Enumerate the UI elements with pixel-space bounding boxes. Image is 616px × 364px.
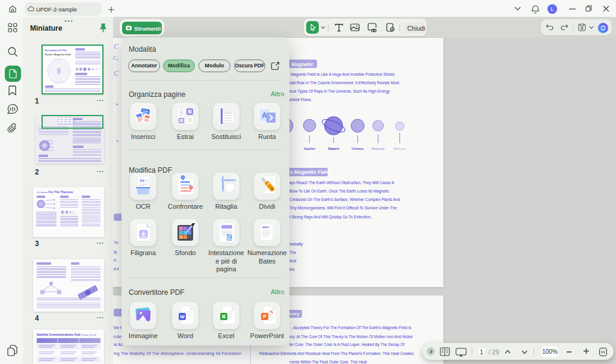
svg-text:A: A [262,111,267,120]
svg-text:Mercury: Mercury [393,147,406,150]
svg-text:PAGE: PAGE [228,238,233,241]
svg-text:P: P [263,313,266,319]
svg-text:W: W [180,314,185,319]
svg-text:Saturn: Saturn [328,147,339,150]
svg-text:Jupiter: Jupiter [304,147,316,150]
svg-text:Uranus: Uranus [352,147,364,150]
svg-text:Aa: Aa [140,179,144,182]
svg-text:Neptune: Neptune [372,147,385,150]
svg-text:000123: 000123 [263,226,270,229]
